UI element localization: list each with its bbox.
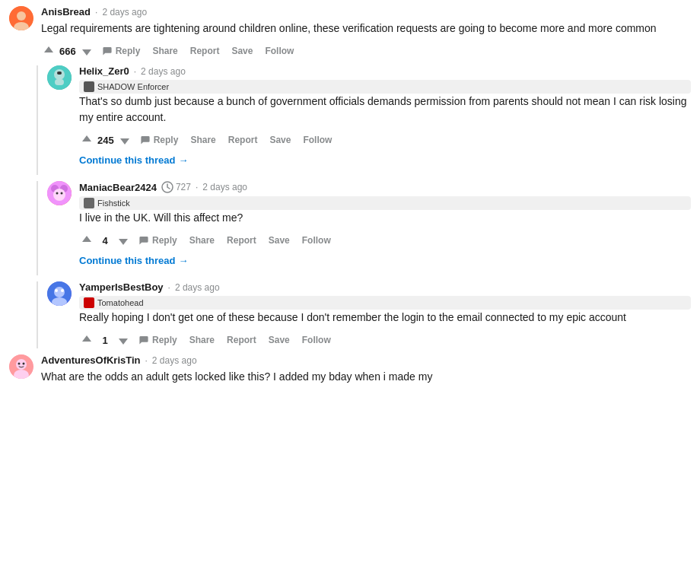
comment-body-helixzer0: Helix_Zer0 · 2 days ago SHADOW Enforcer … xyxy=(79,65,691,175)
comment-indent-maniacbear: ManiacBear2424 727 · 2 days ago Fishstic… xyxy=(37,181,691,275)
flair-icon-yamper xyxy=(84,297,94,308)
karma-badge-maniacbear: 727 xyxy=(161,181,191,193)
svg-point-20 xyxy=(16,359,27,370)
comment-text-anisbread: Legal requirements are tightening around… xyxy=(41,21,691,37)
downvote-button-maniacbear[interactable] xyxy=(116,233,131,248)
comment-adventurekris: AdventuresOfKrisTin · 2 days ago What ar… xyxy=(9,354,691,391)
username-yamper[interactable]: YamperIsBestBoy xyxy=(79,281,164,293)
sep4: · xyxy=(145,355,148,366)
share-button[interactable]: Share xyxy=(148,43,182,59)
follow-button-anisbread[interactable]: Follow xyxy=(260,43,298,59)
username-helixzer0[interactable]: Helix_Zer0 xyxy=(79,65,129,77)
vote-section-maniacbear: 4 xyxy=(79,233,131,248)
upvote-button-yamper[interactable] xyxy=(79,332,94,348)
vote-count: 666 xyxy=(59,46,76,57)
username-anisbread[interactable]: AnisBread xyxy=(41,6,91,17)
karma-value: 727 xyxy=(176,182,191,192)
comment-actions-anisbread: 666 Reply Share Report Save Follow xyxy=(41,43,691,59)
reply-button-maniacbear[interactable]: Reply xyxy=(134,232,182,249)
svg-point-22 xyxy=(18,363,21,365)
comment-meta-helixzer0: Helix_Zer0 · 2 days ago xyxy=(79,65,691,77)
timestamp-yamper: 2 days ago xyxy=(175,282,220,293)
follow-button-maniacbear[interactable]: Follow xyxy=(298,232,336,249)
comment-actions-yamper: 1 Reply Share Report Save Follow xyxy=(79,332,691,348)
comment-section: AnisBread · 2 days ago Legal requirement… xyxy=(0,0,700,403)
comment-text-yamper: Really hoping I don't get one of these b… xyxy=(79,310,691,326)
comment-helixzer0: Helix_Zer0 · 2 days ago SHADOW Enforcer … xyxy=(47,65,691,175)
sep1: · xyxy=(134,66,136,77)
svg-point-18 xyxy=(61,289,64,292)
comment-body-maniacbear: ManiacBear2424 727 · 2 days ago Fishstic… xyxy=(79,181,691,275)
vote-section: 666 xyxy=(41,43,94,59)
share-button-helixzer0[interactable]: Share xyxy=(186,132,220,148)
vote-count-yamper: 1 xyxy=(97,335,113,346)
avatar-helixzer0 xyxy=(47,65,72,90)
downvote-button-yamper[interactable] xyxy=(116,332,131,348)
comment-body-adventurekris: AdventuresOfKrisTin · 2 days ago What ar… xyxy=(41,354,691,391)
save-button-yamper[interactable]: Save xyxy=(264,332,294,348)
reply-button-yamper[interactable]: Reply xyxy=(134,332,182,348)
svg-point-15 xyxy=(54,287,65,297)
downvote-button-helixzer0[interactable] xyxy=(117,132,132,148)
comment-anisbread: AnisBread · 2 days ago Legal requirement… xyxy=(9,6,691,59)
vote-section-yamper: 1 xyxy=(79,332,131,348)
comment-indent-helixzer0: Helix_Zer0 · 2 days ago SHADOW Enforcer … xyxy=(37,65,691,175)
timestamp-anisbread: · xyxy=(95,7,97,17)
save-button-helixzer0[interactable]: Save xyxy=(265,132,295,148)
report-button[interactable]: Report xyxy=(186,43,224,59)
svg-rect-6 xyxy=(57,72,62,75)
timestamp-adventurekris: 2 days ago xyxy=(152,355,197,366)
timestamp-helixzer0: 2 days ago xyxy=(141,66,186,77)
upvote-button-maniacbear[interactable] xyxy=(79,233,94,248)
comment-meta-yamper: YamperIsBestBoy · 2 days ago xyxy=(79,281,691,293)
arrow-icon: → xyxy=(178,154,188,166)
username-adventurekris[interactable]: AdventuresOfKrisTin xyxy=(41,354,141,366)
avatar xyxy=(9,6,33,30)
upvote-button[interactable] xyxy=(41,43,56,59)
flair-text-helixzer0: SHADOW Enforcer xyxy=(97,82,169,91)
reply-button-helixzer0[interactable]: Reply xyxy=(135,132,183,148)
downvote-button[interactable] xyxy=(79,43,94,59)
flair-icon-helixzer0 xyxy=(84,81,94,92)
svg-point-17 xyxy=(55,289,58,292)
save-button-maniacbear[interactable]: Save xyxy=(264,232,294,249)
flair-text-yamper: Tomatohead xyxy=(97,298,144,307)
comment-actions-maniacbear: 4 Reply Share Report Save Follow xyxy=(79,232,691,249)
share-button-yamper[interactable]: Share xyxy=(185,332,219,348)
comment-text-maniacbear: I live in the UK. Will this affect me? xyxy=(79,210,691,226)
flair-icon-maniacbear xyxy=(84,198,94,208)
comment-actions-helixzer0: 245 Reply Share Report Save Follow xyxy=(79,132,691,148)
comment-meta-maniacbear: ManiacBear2424 727 · 2 days ago xyxy=(79,181,691,193)
comment-body-anisbread: AnisBread · 2 days ago Legal requirement… xyxy=(41,6,691,59)
comment-text-helixzer0: That's so dumb just because a bunch of g… xyxy=(79,94,691,126)
sep2: · xyxy=(196,182,198,192)
report-button-maniacbear[interactable]: Report xyxy=(222,232,261,249)
report-button-yamper[interactable]: Report xyxy=(222,332,261,348)
svg-point-12 xyxy=(61,192,63,195)
avatar-maniacbear xyxy=(47,181,72,205)
comment-meta: AnisBread · 2 days ago xyxy=(41,6,691,17)
arrow-icon-2: → xyxy=(178,255,188,266)
follow-button-yamper[interactable]: Follow xyxy=(298,332,336,348)
save-button[interactable]: Save xyxy=(227,43,257,59)
flair-maniacbear: Fishstick xyxy=(79,196,691,210)
flair-yamper: Tomatohead xyxy=(79,296,691,310)
reply-button[interactable]: Reply xyxy=(97,43,145,59)
avatar-adventurekris xyxy=(9,354,33,379)
follow-button-helixzer0[interactable]: Follow xyxy=(298,132,336,148)
continue-thread-helixzer0[interactable]: Continue this thread → xyxy=(79,151,188,169)
comment-body-yamper: YamperIsBestBoy · 2 days ago Tomatohead … xyxy=(79,281,691,348)
timestamp-anisbread-time: 2 days ago xyxy=(102,7,147,17)
upvote-button-helixzer0[interactable] xyxy=(79,132,94,148)
comment-maniacbear: ManiacBear2424 727 · 2 days ago Fishstic… xyxy=(47,181,691,275)
username-maniacbear[interactable]: ManiacBear2424 xyxy=(79,182,157,193)
continue-thread-maniacbear[interactable]: Continue this thread → xyxy=(79,252,188,269)
share-button-maniacbear[interactable]: Share xyxy=(185,232,219,249)
svg-point-11 xyxy=(56,192,59,195)
avatar-yamper xyxy=(47,281,72,306)
report-button-helixzer0[interactable]: Report xyxy=(224,132,262,148)
svg-point-10 xyxy=(53,189,65,201)
flair-text-maniacbear: Fishstick xyxy=(97,199,130,208)
comment-yamper: YamperIsBestBoy · 2 days ago Tomatohead … xyxy=(47,281,691,348)
svg-rect-5 xyxy=(55,79,64,85)
